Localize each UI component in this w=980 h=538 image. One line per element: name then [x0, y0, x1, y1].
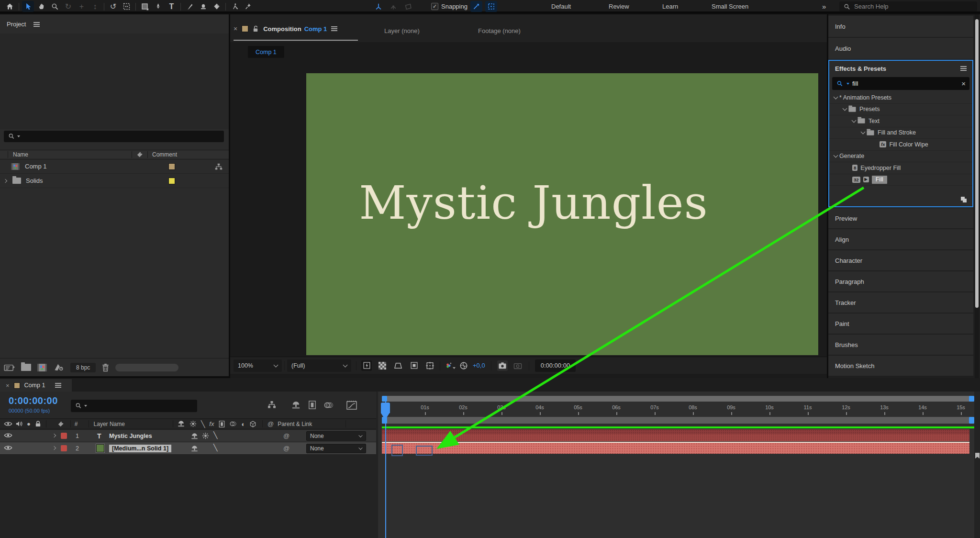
- composition-tab-label[interactable]: Composition: [263, 25, 301, 33]
- snap-edges-button[interactable]: [470, 1, 482, 12]
- effects-tree-label[interactable]: Fill Color Wipe: [889, 141, 928, 148]
- panel-menu-icon[interactable]: [33, 24, 40, 25]
- column-comment[interactable]: Comment: [152, 151, 177, 158]
- local-axis-mode-icon[interactable]: [372, 1, 384, 12]
- composition-mini-flowchart-icon[interactable]: [267, 400, 277, 410]
- grid-guides-icon[interactable]: [424, 360, 435, 371]
- project-item-label[interactable]: Solids: [26, 177, 43, 184]
- sidebar-panel-header[interactable]: Align: [828, 229, 973, 249]
- project-item-comp1[interactable]: Comp 1: [0, 159, 229, 174]
- effects-tree-label[interactable]: Eyedropper Fill: [860, 165, 901, 171]
- sidebar-panel-header[interactable]: Audio: [828, 38, 973, 59]
- effects-tree-row[interactable]: Presets: [829, 104, 972, 116]
- workspace-overflow-chevrons[interactable]: »: [822, 0, 825, 13]
- new-folder-icon[interactable]: [21, 364, 31, 371]
- panel-menu-icon[interactable]: [55, 385, 61, 386]
- comp-marker-bin-icon[interactable]: [975, 453, 980, 459]
- effects-tree-row[interactable]: 32 ▶ Fill: [829, 174, 972, 186]
- magnification-dropdown[interactable]: 100%: [234, 359, 282, 372]
- graph-editor-icon[interactable]: [346, 400, 357, 410]
- number-column-header[interactable]: #: [75, 421, 78, 427]
- expand-chevron-icon[interactable]: [3, 179, 7, 182]
- motion-blur-switch-icon[interactable]: [229, 420, 237, 427]
- time-navigator-bar[interactable]: [382, 396, 974, 402]
- rotate-tool[interactable]: ↺: [107, 1, 119, 12]
- help-search-input[interactable]: [854, 3, 959, 10]
- project-columns-header[interactable]: Name Comment: [0, 150, 229, 159]
- effects-tree-label[interactable]: Presets: [859, 106, 880, 112]
- layer-row[interactable]: 1 T Mystic Jungles ╲ @ None: [0, 430, 376, 442]
- exposure-icon[interactable]: [458, 360, 469, 371]
- layer-visibility-eye-icon[interactable]: [4, 432, 12, 438]
- frame-blending-icon[interactable]: [308, 400, 317, 410]
- collapse-chevron-icon[interactable]: [834, 94, 838, 99]
- roto-brush-tool[interactable]: [229, 1, 241, 12]
- orbit-camera-tool[interactable]: ↻: [62, 1, 74, 12]
- layer-pickwhip-icon[interactable]: @: [283, 445, 290, 452]
- effects-tree-row[interactable]: Fill and Stroke: [829, 127, 972, 139]
- effects-tree-label[interactable]: Generate: [839, 153, 864, 159]
- sidebar-panel-header[interactable]: Tracker: [828, 292, 973, 313]
- puppet-pin-tool[interactable]: [242, 1, 254, 12]
- close-icon[interactable]: ×: [6, 382, 10, 389]
- layer-name[interactable]: Mystic Jungles: [109, 433, 152, 439]
- timeline-search-box[interactable]: [71, 400, 197, 412]
- panel-scrollbar[interactable]: [115, 364, 178, 371]
- collapse-chevron-icon[interactable]: [852, 118, 857, 123]
- layer-shy-switch[interactable]: [190, 445, 199, 453]
- comp-color-swatch[interactable]: [242, 25, 248, 32]
- dolly-camera-tool[interactable]: ↕: [89, 1, 101, 12]
- sidebar-panel-header[interactable]: Paragraph: [828, 271, 973, 291]
- sidebar-panel-header[interactable]: Preview: [828, 208, 973, 228]
- layer-viewer-tab[interactable]: Layer (none): [384, 27, 420, 34]
- effects-tree-label[interactable]: * Animation Presets: [839, 94, 891, 101]
- layer-expand-chevron[interactable]: [52, 446, 56, 450]
- workspace-tab-small-screen[interactable]: Small Screen: [712, 0, 748, 13]
- label-column-tag-icon[interactable]: [57, 420, 65, 428]
- effects-tree-label[interactable]: Fill: [872, 176, 887, 184]
- effects-search-box[interactable]: ×: [832, 77, 969, 90]
- parent-dropdown[interactable]: None: [306, 431, 366, 441]
- project-panel-title[interactable]: Project: [7, 21, 26, 28]
- workspace-tab-default[interactable]: Default: [551, 0, 571, 13]
- layer-name-column-header[interactable]: Layer Name: [94, 421, 125, 427]
- layer-visibility-eye-icon[interactable]: [4, 445, 12, 451]
- layer-bar-2[interactable]: [382, 442, 969, 454]
- motion-blur-icon[interactable]: [323, 401, 334, 410]
- layer-label-color[interactable]: [61, 433, 67, 439]
- effects-search-input[interactable]: [852, 80, 958, 87]
- composition-viewer-tab[interactable]: × Composition Comp 1: [234, 25, 337, 33]
- show-snapshot-icon[interactable]: [512, 360, 523, 371]
- effects-tree-label[interactable]: Text: [869, 118, 880, 124]
- shy-switch-icon[interactable]: [177, 420, 185, 428]
- audio-column-speaker-icon[interactable]: [15, 420, 23, 427]
- solo-column-icon[interactable]: ●: [27, 420, 31, 427]
- world-axis-mode-icon[interactable]: [387, 1, 399, 12]
- zoom-tool[interactable]: [49, 1, 61, 12]
- new-composition-icon[interactable]: [37, 363, 47, 372]
- playhead-handle[interactable]: [381, 403, 390, 413]
- work-area-bar[interactable]: [382, 417, 974, 424]
- project-search-box[interactable]: [4, 131, 224, 142]
- close-icon[interactable]: ×: [234, 25, 237, 33]
- brush-tool[interactable]: [184, 1, 196, 12]
- comp-breadcrumb[interactable]: Comp 1: [248, 46, 284, 58]
- layer-bar-1[interactable]: [382, 429, 969, 441]
- current-timecode[interactable]: 0:00:00:00: [9, 395, 58, 406]
- interpret-footage-icon[interactable]: [4, 363, 15, 372]
- effects-tree-row[interactable]: 8 Eyedropper Fill: [829, 162, 972, 174]
- label-color-swatch[interactable]: [168, 178, 175, 184]
- panel-menu-icon[interactable]: [331, 28, 337, 29]
- timeline-tab-label[interactable]: Comp 1: [24, 382, 45, 389]
- effects-tree-row[interactable]: Generate: [829, 151, 972, 163]
- clone-stamp-tool[interactable]: [197, 1, 209, 12]
- collapse-chevron-icon[interactable]: [861, 130, 866, 134]
- 3d-layer-switch-icon[interactable]: [249, 420, 256, 428]
- quality-switch-icon[interactable]: ╲: [201, 420, 205, 428]
- scrollbar-thumb[interactable]: [975, 19, 979, 308]
- view-axis-mode-icon[interactable]: [402, 1, 414, 12]
- column-name[interactable]: Name: [13, 151, 28, 158]
- navigator-start-handle[interactable]: [382, 396, 387, 402]
- eraser-tool[interactable]: [211, 1, 223, 12]
- sidebar-panel-header[interactable]: Brushes: [828, 335, 973, 355]
